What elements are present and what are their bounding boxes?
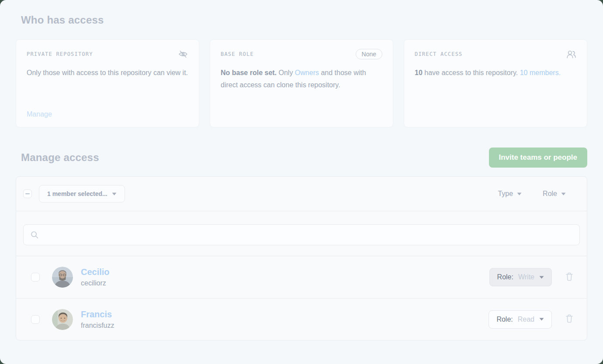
indeterminate-dash-icon	[25, 193, 30, 194]
manage-link[interactable]: Manage	[27, 110, 188, 118]
access-summary-cards: PRIVATE REPOSITORY Only those with acces…	[16, 39, 587, 127]
direct-access-label: DIRECT ACCESS	[415, 51, 463, 57]
trash-icon	[565, 272, 574, 283]
search-icon	[30, 230, 39, 239]
owners-link[interactable]: Owners	[295, 69, 319, 76]
member-checkbox[interactable]	[31, 315, 40, 324]
private-repository-description: Only those with access to this repositor…	[27, 67, 188, 110]
chevron-down-icon	[561, 192, 566, 196]
trash-icon	[565, 314, 574, 325]
member-checkbox[interactable]	[31, 273, 40, 282]
member-search-box[interactable]	[23, 224, 580, 245]
member-name-link[interactable]: Francis	[81, 309, 114, 319]
role-dropdown-francisfuzz[interactable]: Role: Read	[489, 310, 552, 329]
remove-member-button[interactable]	[565, 314, 574, 325]
role-dropdown-ceciliorz[interactable]: Role: Write	[489, 268, 552, 286]
select-all-checkbox[interactable]	[23, 189, 32, 198]
avatar-francisfuzz[interactable]	[52, 309, 73, 330]
people-icon	[566, 49, 576, 59]
manage-access-table: 1 member selected... Type Role	[16, 176, 587, 340]
avatar-ceciliorz[interactable]	[52, 267, 73, 288]
base-role-description: No base role set. Only Owners and those …	[221, 67, 382, 118]
members-link[interactable]: 10 members.	[520, 69, 561, 76]
direct-access-description: 10 have access to this repository. 10 me…	[415, 67, 576, 118]
base-role-bold-text: No base role set.	[221, 69, 277, 76]
base-role-none-badge: None	[356, 49, 382, 59]
remove-member-button[interactable]	[565, 272, 574, 283]
private-repository-label: PRIVATE REPOSITORY	[27, 51, 93, 57]
members-selected-dropdown[interactable]: 1 member selected...	[39, 185, 125, 203]
base-role-label: BASE ROLE	[221, 51, 254, 57]
eye-closed-icon	[178, 49, 188, 59]
chevron-down-icon	[112, 192, 117, 196]
chevron-down-icon	[539, 276, 544, 279]
member-username: ceciliorz	[81, 279, 110, 287]
settings-access-page: Who has access PRIVATE REPOSITORY Only t…	[0, 0, 603, 364]
private-repository-card: PRIVATE REPOSITORY Only those with acces…	[16, 39, 199, 127]
member-name-link[interactable]: Cecilio	[81, 267, 110, 277]
direct-access-card: DIRECT ACCESS 10 have access to this rep…	[404, 39, 587, 127]
member-username: francisfuzz	[81, 321, 114, 330]
who-has-access-title: Who has access	[21, 0, 587, 26]
search-section	[16, 211, 587, 256]
type-filter-dropdown[interactable]: Type	[495, 189, 524, 198]
chevron-down-icon	[517, 192, 522, 196]
direct-access-count: 10	[415, 69, 423, 76]
member-row-francisfuzz: Francis francisfuzz Role: Read	[16, 298, 587, 340]
member-search-input[interactable]	[44, 230, 573, 239]
table-toolbar: 1 member selected... Type Role	[16, 177, 587, 211]
role-filter-dropdown[interactable]: Role	[540, 189, 568, 198]
base-role-card: BASE ROLE None No base role set. Only Ow…	[210, 39, 393, 127]
manage-access-title: Manage access	[21, 151, 99, 164]
chevron-down-icon	[539, 318, 544, 321]
invite-teams-or-people-button[interactable]: Invite teams or people	[489, 148, 588, 168]
member-row-ceciliorz: Cecilio ceciliorz Role: Write	[16, 256, 587, 298]
